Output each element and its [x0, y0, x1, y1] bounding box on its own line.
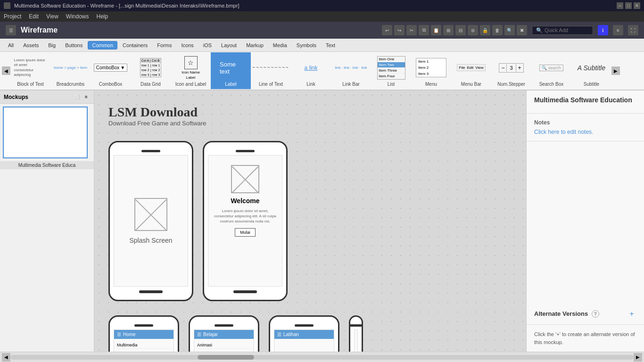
latihan-body [274, 339, 334, 352]
filter-containers[interactable]: Containers [118, 41, 152, 49]
alt-versions-help-icon[interactable]: ? [592, 310, 599, 318]
palette-scroll-right[interactable]: ▶ [611, 66, 620, 75]
search-icon[interactable]: 🔍 [504, 25, 515, 35]
phone-screen-belajar: ☰ Belajar Animasi [194, 329, 254, 352]
rp-alt-versions-body: Click the '+' to create an alternate ver… [527, 325, 644, 352]
phone-speaker-belajar [215, 324, 233, 327]
export-icon[interactable]: ✖ [517, 25, 527, 35]
palette-link-bar[interactable]: link · link · link · link Link Bar [331, 52, 371, 89]
phone-bottom-splash [139, 290, 163, 293]
horizontal-scrollbar[interactable]: ◀ ▶ [0, 352, 644, 362]
palette-subtitle[interactable]: A Subtitle Subtitle [571, 52, 611, 89]
home-menu-icon: ☰ [117, 332, 121, 337]
phone-screen-splash: Splash Screen [114, 155, 188, 287]
quick-add-box[interactable]: 🔍 [532, 26, 593, 35]
menu-project[interactable]: Project [4, 13, 21, 20]
copy-icon[interactable]: ⧉ [419, 25, 429, 35]
close-button[interactable]: ✕ [634, 2, 640, 9]
belajar-body: Animasi [194, 339, 254, 352]
rp-notes-action[interactable]: Click here to edit notes. [534, 129, 636, 135]
toolbar-icons: ↩ ↪ ✂ ⧉ 📋 ⊞ ⊟ ⊜ 🔒 🗑 🔍 ✖ [382, 25, 527, 35]
splash-image-placeholder [134, 198, 167, 231]
fullscreen-icon[interactable]: ⛶ [628, 25, 638, 35]
phones-row-1: Splash Screen Welcome Lorem ipsum dolor … [108, 141, 504, 301]
menu-view[interactable]: View [46, 13, 58, 20]
menu-windows[interactable]: Windows [66, 13, 89, 20]
delete-icon[interactable]: 🗑 [492, 25, 503, 35]
menu-bar: Project Edit View Windows Help [0, 11, 644, 22]
filter-icons[interactable]: Icons [177, 41, 198, 49]
palette-scroll-left[interactable]: ◀ [2, 66, 10, 75]
info-icon[interactable]: ℹ [598, 25, 608, 35]
paste-icon[interactable]: 📋 [431, 25, 441, 35]
align-icon[interactable]: ⊜ [468, 25, 478, 35]
sidebar-menu-icon[interactable]: ≡ [83, 93, 90, 101]
filter-forms[interactable]: Forms [153, 41, 176, 49]
palette-menu-bar[interactable]: FileEditView Menu Bar [451, 52, 491, 89]
palette-menu[interactable]: Item 1 Item 2 Item 3 Menu [411, 52, 451, 89]
filter-buttons[interactable]: Buttons [61, 41, 87, 49]
cut-icon[interactable]: ✂ [406, 25, 417, 35]
rp-notes-label: Notes [534, 119, 636, 126]
mockup-thumbnail[interactable] [3, 107, 88, 158]
palette-list[interactable]: Item One Item Two Item Three Item Four L… [371, 52, 411, 89]
filter-layout[interactable]: Layout [217, 41, 241, 49]
palette-search-box-label: Search Box [539, 82, 564, 87]
filter-media[interactable]: Media [269, 41, 291, 49]
lsm-section: LSM Download Download Free Game and Soft… [108, 105, 504, 127]
belajar-menu-icon: ☰ [197, 332, 201, 337]
palette-search-box[interactable]: 🔍 search Search Box [531, 52, 571, 89]
sidebar: Mockups ⬜ ≡ Multimedia Software Educa [0, 90, 94, 352]
group-icon[interactable]: ⊞ [443, 25, 454, 35]
palette-link[interactable]: a link Link [291, 52, 331, 89]
maximize-button[interactable]: □ [625, 2, 632, 9]
palette-block-of-text[interactable]: Lorem ipsum dolor sit amet consectetur a… [10, 52, 50, 89]
filter-text[interactable]: Text [322, 41, 339, 49]
palette-link-bar-label: Link Bar [342, 82, 360, 87]
scrollbar-track[interactable] [10, 355, 634, 360]
sidebar-maximize-icon[interactable]: ⬜ [73, 93, 81, 101]
hamburger-menu-icon[interactable]: ☰ [6, 25, 16, 35]
ungroup-icon[interactable]: ⊟ [455, 25, 466, 35]
palette-block-of-text-label: Block of Text [17, 82, 44, 87]
menu-help[interactable]: Help [97, 13, 108, 20]
scroll-right-arrow[interactable]: ▶ [634, 353, 642, 362]
phone-speaker-home [134, 324, 153, 327]
welcome-mulai-button[interactable]: Mulai [235, 228, 256, 237]
palette-icon-and-label-label: Icon and Label [175, 82, 206, 87]
palette-combobox[interactable]: ComboBox ▼ ComboBox [91, 52, 131, 89]
window-controls[interactable]: ─ □ ✕ [617, 2, 640, 9]
splash-content: Splash Screen [129, 156, 172, 286]
rp-alt-versions-header: Alternate Versions ? + [527, 304, 644, 325]
filter-assets[interactable]: Assets [19, 41, 43, 49]
scrollbar-thumb[interactable] [198, 355, 254, 360]
palette-breadcrumbs[interactable]: home > page > item Breadcrumbs [50, 52, 91, 89]
minimize-button[interactable]: ─ [617, 2, 623, 9]
undo-icon[interactable]: ↩ [382, 25, 392, 35]
filter-markup[interactable]: Markup [242, 41, 268, 49]
filter-all[interactable]: All [4, 41, 18, 49]
palette-num-stepper[interactable]: − 3 + Num.Stepper [491, 52, 531, 89]
sidebar-header-icons: ⬜ ≡ [73, 93, 90, 101]
palette-icon-and-label[interactable]: ☆ Icon Name Label Icon and Label [171, 52, 211, 89]
welcome-image-placeholder [231, 165, 259, 193]
filter-common[interactable]: Common [88, 41, 117, 49]
view-list-icon[interactable]: ≡ [613, 25, 623, 35]
menu-edit[interactable]: Edit [29, 13, 39, 20]
lock-icon[interactable]: 🔒 [480, 25, 490, 35]
palette-combobox-label: ComboBox [99, 82, 122, 87]
filter-big[interactable]: Big [44, 41, 60, 49]
filter-ios[interactable]: iOS [199, 41, 216, 49]
canvas[interactable]: LSM Download Download Free Game and Soft… [94, 90, 526, 352]
filter-symbols[interactable]: Symbols [292, 41, 321, 49]
phone-screen-welcome: Welcome Lorem ipsum dolor sit amet, cons… [208, 155, 282, 287]
palette-label[interactable]: Some text Label [211, 52, 251, 89]
alt-versions-add-button[interactable]: + [627, 309, 636, 319]
palette-line-of-text[interactable]: ~~~~~~~~~~ Line of Text [251, 52, 291, 89]
latihan-header: ☰ Latihan [274, 330, 334, 339]
search-icon-small: 🔍 [536, 27, 543, 33]
redo-icon[interactable]: ↪ [394, 25, 405, 35]
palette-data-grid[interactable]: Col A | Col B row 1 | row 1 row 2 | row … [131, 52, 171, 89]
scroll-left-arrow[interactable]: ◀ [2, 353, 10, 362]
palette-line-of-text-label: Line of Text [259, 82, 283, 87]
